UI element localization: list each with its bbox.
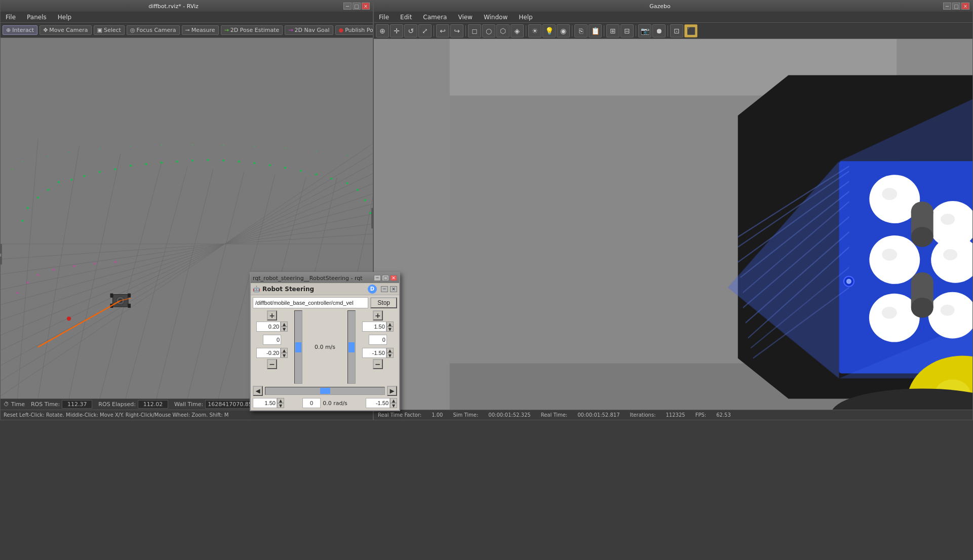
gz-menu-help[interactable]: Help [516, 13, 535, 22]
steering-minimize-btn[interactable]: ─ [374, 275, 381, 281]
gz-paste[interactable]: 📋 [589, 24, 602, 37]
gz-screenshot[interactable]: 📷 [638, 24, 651, 37]
rviz-close-btn[interactable]: ✕ [362, 3, 370, 10]
center-display: 0.0 m/s [305, 310, 344, 384]
gz-copy[interactable]: ⎘ [574, 24, 588, 37]
linear-minus-btn[interactable]: − [267, 359, 277, 369]
bottom-left-down[interactable]: ▼ [277, 403, 284, 408]
angular-min-input[interactable] [362, 348, 386, 358]
gz-shape-sphere[interactable]: ○ [482, 24, 495, 37]
gz-minimize-btn[interactable]: ─ [943, 3, 951, 10]
angular-max-down[interactable]: ▼ [386, 327, 394, 332]
bottom-left-up[interactable]: ▲ [277, 398, 284, 403]
svg-point-65 [53, 269, 55, 271]
bottom-right-down[interactable]: ▼ [390, 403, 397, 408]
rviz-title: diffbot.rviz* - RViz [4, 3, 343, 10]
nav-goal-btn[interactable]: → 2D Nav Goal [285, 25, 333, 35]
panel-close-btn[interactable]: ✕ [390, 286, 397, 292]
svg-point-137 [847, 280, 850, 283]
gz-wireframe[interactable]: ⊡ [670, 24, 683, 37]
bottom-center-input[interactable] [302, 398, 321, 408]
rviz-info-text: Reset Left-Click: Rotate. Middle-Click: … [4, 412, 228, 418]
gz-tool-select[interactable]: ⊕ [376, 24, 389, 37]
angular-minus-btn[interactable]: − [373, 359, 383, 369]
measure-btn[interactable]: ⊸ Measure [182, 25, 219, 35]
gz-menu-window[interactable]: Window [481, 13, 511, 22]
angular-max-up[interactable]: ▲ [386, 322, 394, 327]
nav-right-btn[interactable]: ▶ [387, 386, 397, 396]
gz-snap[interactable]: ⊟ [620, 24, 634, 37]
bottom-right-up[interactable]: ▲ [390, 398, 397, 403]
pose-estimate-btn[interactable]: → 2D Pose Estimate [221, 25, 283, 35]
interact-icon: ⊕ [6, 27, 11, 33]
gazebo-viewport[interactable] [374, 39, 972, 410]
d-button[interactable]: D [368, 285, 377, 294]
rviz-window-controls[interactable]: ─ □ ✕ [343, 3, 370, 10]
rviz-menu-panels[interactable]: Panels [24, 13, 50, 22]
gz-align[interactable]: ⊞ [606, 24, 619, 37]
angular-plus-btn[interactable]: + [373, 310, 383, 321]
angular-max-input[interactable] [362, 322, 386, 332]
gz-light-dir[interactable]: ☀ [528, 24, 541, 37]
angular-slider-container[interactable] [346, 310, 357, 384]
linear-max-up[interactable]: ▲ [281, 322, 288, 327]
steering-close-btn[interactable]: ✕ [390, 275, 397, 281]
gz-window-controls[interactable]: ─ □ ✕ [943, 3, 969, 10]
gz-tool-translate[interactable]: ✛ [390, 24, 403, 37]
rviz-maximize-btn[interactable]: □ [353, 3, 361, 10]
gz-tool-rotate[interactable]: ↺ [404, 24, 417, 37]
angular-slider-track[interactable] [347, 310, 356, 384]
angular-center-input[interactable] [369, 335, 387, 345]
gz-tool-redo[interactable]: ↪ [450, 24, 463, 37]
h-slider-track[interactable] [265, 387, 385, 395]
rviz-minimize-btn[interactable]: ─ [343, 3, 352, 10]
steering-maximize-btn[interactable]: □ [382, 275, 389, 281]
gz-light-point[interactable]: 💡 [542, 24, 556, 37]
gz-maximize-btn[interactable]: □ [952, 3, 960, 10]
gz-shape-box[interactable]: ◻ [468, 24, 481, 37]
gz-sep-1 [434, 25, 434, 36]
gz-menu-edit[interactable]: Edit [397, 13, 415, 22]
angular-min-up[interactable]: ▲ [386, 348, 394, 353]
linear-max-input[interactable] [256, 322, 281, 332]
linear-min-up[interactable]: ▲ [281, 348, 288, 353]
gz-solid[interactable]: ⬛ [684, 24, 697, 37]
select-icon: ▣ [97, 27, 102, 33]
gz-record[interactable]: ⏺ [652, 24, 666, 37]
move-camera-btn[interactable]: ✥ Move Camera [40, 25, 91, 35]
linear-min-down[interactable]: ▼ [281, 353, 288, 358]
nav-left-btn[interactable]: ◀ [253, 386, 263, 396]
steering-window-controls[interactable]: ─ □ ✕ [374, 275, 397, 281]
gz-tool-scale[interactable]: ⤢ [418, 24, 432, 37]
svg-point-45 [37, 196, 39, 198]
topic-input[interactable] [253, 297, 368, 308]
gz-menu-view[interactable]: View [455, 13, 475, 22]
bottom-left-input[interactable] [253, 398, 277, 408]
focus-camera-btn[interactable]: ◎ Focus Camera [127, 25, 180, 35]
bottom-right-input[interactable] [366, 398, 390, 408]
linear-slider-track[interactable] [294, 310, 302, 384]
rviz-menu-file[interactable]: File [3, 13, 19, 22]
linear-max-spinbox: ▲ ▼ [256, 322, 288, 332]
bottom-left-btns: ▲ ▼ [277, 398, 284, 408]
gz-menu-camera[interactable]: Camera [420, 13, 450, 22]
publish-point-btn[interactable]: ● Publish Point [335, 25, 373, 35]
gz-menu-file[interactable]: File [376, 13, 392, 22]
svg-point-26 [84, 175, 86, 177]
gz-close-btn[interactable]: ✕ [961, 3, 969, 10]
panel-minimize-btn[interactable]: ─ [381, 286, 388, 292]
linear-center-input[interactable] [263, 335, 281, 345]
linear-min-input[interactable] [256, 348, 281, 358]
stop-button[interactable]: Stop [370, 297, 397, 308]
gz-tool-undo[interactable]: ↩ [436, 24, 449, 37]
linear-plus-btn[interactable]: + [267, 310, 277, 321]
select-btn[interactable]: ▣ Select [94, 25, 125, 35]
linear-slider-container[interactable] [293, 310, 303, 384]
gz-shape-cylinder[interactable]: ⬡ [496, 24, 510, 37]
rviz-menu-help[interactable]: Help [55, 13, 74, 22]
gz-shape-custom[interactable]: ◈ [511, 24, 524, 37]
angular-min-down[interactable]: ▼ [386, 353, 394, 358]
gz-light-spot[interactable]: ◉ [557, 24, 570, 37]
interact-btn[interactable]: ⊕ Interact [3, 25, 37, 35]
linear-max-down[interactable]: ▼ [281, 327, 288, 332]
